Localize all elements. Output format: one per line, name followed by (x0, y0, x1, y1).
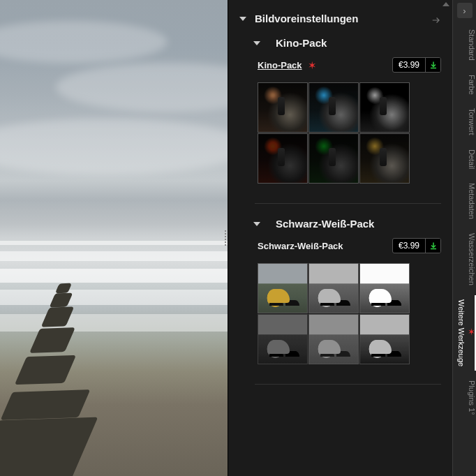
decorative-wave (0, 290, 228, 305)
download-button[interactable] (425, 57, 440, 73)
preset-thumb[interactable] (258, 133, 308, 184)
preset-thumb[interactable] (258, 82, 308, 133)
pack-name-label: Schwarz-Weiß-Pack (258, 241, 343, 251)
decorative-wave (0, 269, 228, 283)
decorative-rock (0, 417, 98, 476)
pack-name-link[interactable]: Kino-Pack (258, 60, 302, 70)
divider (255, 384, 441, 385)
pack-row-bw: Schwarz-Weiß-Pack €3.99 (235, 234, 445, 263)
price-box: €3.99 (392, 57, 441, 73)
presets-panel[interactable]: Bildvoreinstellungen Kino-Pack Kino-Pack… (228, 0, 452, 476)
preset-thumb[interactable] (258, 263, 308, 313)
decorative-rock (1, 389, 91, 420)
price-box: €3.99 (392, 238, 441, 253)
image-preview (0, 0, 228, 476)
section-title: Bildvoreinstellungen (255, 13, 358, 24)
pack-row-kino: Kino-Pack ✶ €3.99 (235, 53, 445, 82)
preset-thumb[interactable] (359, 314, 410, 364)
tab-tonwert[interactable]: Tonwert (453, 101, 476, 142)
preset-thumb[interactable] (308, 314, 359, 364)
preset-thumb[interactable] (308, 133, 359, 184)
decorative-wave (0, 251, 228, 261)
preset-thumb[interactable] (359, 133, 410, 184)
tab-standard[interactable]: Standard (453, 22, 476, 68)
section-header-bildvoreinstellungen[interactable]: Bildvoreinstellungen (235, 0, 445, 30)
tab-plugins[interactable]: Plugins 1° (453, 373, 476, 422)
preset-thumb[interactable] (359, 263, 410, 313)
pack-header-label: Schwarz-Weiß-Pack (276, 218, 374, 230)
preset-thumb[interactable] (359, 82, 410, 133)
preset-thumb[interactable] (308, 82, 359, 133)
chevron-down-icon[interactable] (239, 17, 246, 21)
price-label: €3.99 (393, 60, 425, 70)
download-button[interactable] (425, 238, 440, 253)
decorative-rock (15, 355, 76, 385)
price-label: €3.99 (393, 241, 425, 251)
tab-farbe[interactable]: Farbe (453, 68, 476, 102)
star-icon: ✶ (466, 299, 476, 365)
divider (255, 203, 441, 204)
chevron-down-icon[interactable] (253, 41, 260, 45)
tab-weitere-werkzeuge[interactable]: ✶ Weitere Werkzeuge (453, 292, 476, 373)
preset-thumbnails-kino (235, 82, 445, 196)
tab-detail[interactable]: Detail (453, 142, 476, 176)
tab-metadaten[interactable]: Metadaten (453, 176, 476, 226)
chevron-right-icon: › (463, 6, 466, 16)
decorative-cloud (0, 119, 228, 174)
decorative-cloud (0, 21, 168, 63)
pack-header-bw[interactable]: Schwarz-Weiß-Pack (235, 211, 445, 234)
decorative-wave (0, 241, 228, 245)
decorative-wave (0, 314, 228, 332)
pack-header-label: Kino-Pack (276, 37, 327, 49)
preset-thumbnails-bw (235, 263, 445, 377)
preset-thumb[interactable] (308, 263, 359, 313)
pin-icon[interactable] (431, 15, 441, 27)
collapse-panel-button[interactable]: › (457, 3, 473, 18)
sidebar-tabs: › Standard Farbe Tonwert Detail Metadate… (452, 0, 476, 476)
decorative-cloud (56, 63, 228, 112)
pack-header-kino[interactable]: Kino-Pack (235, 30, 445, 53)
preset-thumb[interactable] (258, 314, 308, 364)
chevron-down-icon[interactable] (253, 222, 260, 226)
star-icon: ✶ (308, 59, 317, 71)
tab-wasserzeichen[interactable]: Wasserzeichen (453, 226, 476, 292)
